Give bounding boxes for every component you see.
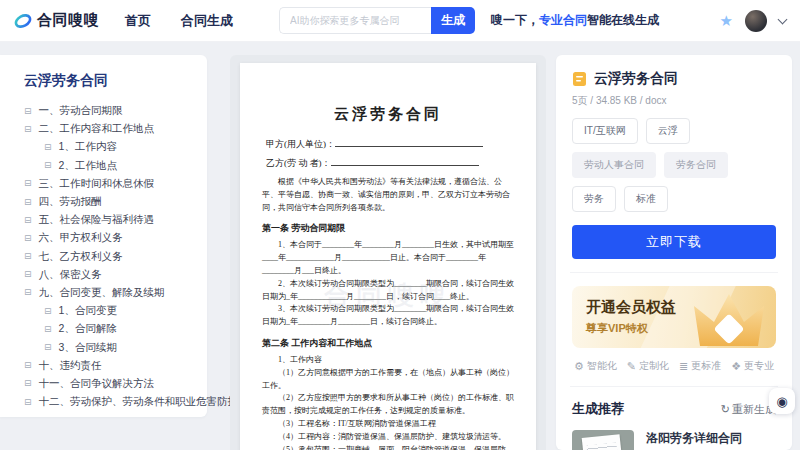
- vip-banner[interactable]: 开通会员权益 尊享VIP特权: [572, 286, 776, 348]
- toc-item[interactable]: ⊟ 八、保密义务: [0, 266, 207, 284]
- party-a-label: 甲方(用人单位)：: [266, 139, 335, 149]
- collapse-icon[interactable]: ⊟: [24, 107, 32, 116]
- toc-item[interactable]: ⊟ 2、合同解除: [0, 320, 207, 338]
- feature-label: 更专业: [744, 359, 774, 373]
- vip-feature: ⚙ 智能化: [574, 359, 617, 373]
- collapse-icon[interactable]: ⊟: [44, 325, 52, 334]
- toc-item-label: 五、社会保险与福利待遇: [39, 213, 155, 227]
- collapse-icon[interactable]: ⊟: [24, 234, 32, 243]
- recommend-item[interactable]: 洛阳劳务详细合同 洛阳 劳动人事合同 劳务合同 劳务 详细: [572, 430, 776, 450]
- chevron-down-icon[interactable]: [778, 14, 788, 24]
- doc-tag-chip[interactable]: 劳务合同: [664, 152, 728, 178]
- party-b-row: 乙方(劳 动 者)：: [266, 157, 514, 170]
- doc-block: 第一条 劳动合同期限: [262, 222, 514, 235]
- vip-features: ⚙ 智能化 ✎ 定制化 ≣ 更标准 ❖ 更专业: [572, 359, 776, 373]
- collapse-icon[interactable]: ⊟: [24, 398, 32, 407]
- star-icon[interactable]: ★: [720, 12, 733, 30]
- toc-item[interactable]: ⊟ 七、乙方权利义务: [0, 248, 207, 266]
- avatar[interactable]: [745, 10, 767, 32]
- recommend-item-title: 洛阳劳务详细合同: [646, 430, 776, 447]
- collapse-icon[interactable]: ⊟: [24, 179, 32, 188]
- support-icon: ◉: [776, 394, 787, 409]
- search-input[interactable]: [279, 7, 431, 34]
- collapse-icon[interactable]: ⊟: [24, 252, 32, 261]
- doc-block: （4）工程内容：消防管道保温、保温层防护、建筑垃圾清运等。: [262, 431, 514, 444]
- toc-item[interactable]: ⊟ 1、合同变更: [0, 302, 207, 320]
- collapse-icon[interactable]: ⊟: [24, 270, 32, 279]
- badge-icon: ❖: [731, 360, 741, 373]
- blank-line: [335, 139, 483, 147]
- recommend-thumbnail: [572, 430, 634, 450]
- document-preamble: 根据《中华人民共和国劳动法》等有关法律法规，遵循合法、公平、平等自愿、协商一致、…: [262, 176, 514, 214]
- doc-block: （5）承包范围：一期商铺、屋面、阳台消防管道保温、保温层防护。: [262, 444, 514, 450]
- toc-item-label: 2、合同解除: [59, 322, 117, 336]
- sidebar-toc-panel: 云浮劳务合同 ⊟ 一、劳动合同期限 ⊟ 二、工作内容和工作地点 ⊟ 1、工作内容: [0, 55, 207, 417]
- doc-tag-chip[interactable]: 云浮: [646, 118, 690, 144]
- doc-block: 1、本合同于________年________月________日生效，其中试用…: [262, 239, 514, 277]
- divider: [570, 272, 778, 273]
- nav-item[interactable]: 首页: [125, 12, 151, 30]
- divider: [570, 386, 778, 387]
- panel-doc-title: 云浮劳务合同: [594, 70, 678, 88]
- collapse-icon[interactable]: ⊟: [24, 125, 32, 134]
- toc-item[interactable]: ⊟ 三、工作时间和休息休假: [0, 175, 207, 193]
- toc-item-label: 三、工作时间和休息休假: [39, 177, 155, 191]
- toc-item-label: 十一、合同争议解决方法: [39, 377, 155, 391]
- toc-item[interactable]: ⊟ 十、违约责任: [0, 357, 207, 375]
- party-b-label: 乙方(劳 动 者)：: [266, 158, 331, 168]
- toc-item-label: 十二、劳动保护、劳动条件和职业危害防护: [39, 395, 239, 409]
- doc-block: （1）乙方同意根据甲方的工作需要，在（地点）从事工种（岗位）工作。: [262, 367, 514, 393]
- search-group: 生成: [279, 7, 475, 34]
- toc-item[interactable]: ⊟ 1、工作内容: [0, 138, 207, 156]
- support-button[interactable]: ◉: [769, 388, 795, 414]
- doc-block: 第二条 工作内容和工作地点: [262, 337, 514, 350]
- toc-item[interactable]: ⊟ 3、合同续期: [0, 338, 207, 356]
- recommend-header: 生成推荐 ↻ 重新生成: [572, 400, 776, 418]
- collapse-icon[interactable]: ⊟: [24, 216, 32, 225]
- toc-item-label: 八、保密义务: [39, 268, 102, 282]
- toc-item[interactable]: ⊟ 2、工作地点: [0, 157, 207, 175]
- toc-item[interactable]: ⊟ 六、甲方权利义务: [0, 229, 207, 247]
- logo-text: 合同嗖嗖: [37, 11, 99, 30]
- doc-tag-chip[interactable]: 劳务: [572, 186, 616, 212]
- collapse-icon[interactable]: ⊟: [44, 161, 52, 170]
- feature-label: 定制化: [639, 359, 669, 373]
- recommend-title: 生成推荐: [572, 400, 624, 418]
- collapse-icon[interactable]: ⊟: [24, 198, 32, 207]
- collapse-icon[interactable]: ⊟: [44, 343, 52, 352]
- toc-item[interactable]: ⊟ 十二、劳动保护、劳动条件和职业危害防护: [0, 393, 207, 411]
- nav-item[interactable]: 合同生成: [181, 12, 233, 30]
- toc-item[interactable]: ⊟ 四、劳动报酬: [0, 193, 207, 211]
- crown-icon: [690, 288, 768, 348]
- toc-item[interactable]: ⊟ 五、社会保险与福利待遇: [0, 211, 207, 229]
- toc-item[interactable]: ⊟ 九、合同变更、解除及续期: [0, 284, 207, 302]
- toc-item[interactable]: ⊟ 十一、合同争议解决方法: [0, 375, 207, 393]
- toc-item-label: 3、合同续期: [59, 341, 117, 355]
- thumbnail-page: [582, 434, 625, 450]
- collapse-icon[interactable]: ⊟: [24, 361, 32, 370]
- feature-label: 智能化: [587, 359, 617, 373]
- toc-item[interactable]: ⊟ 一、劳动合同期限: [0, 102, 207, 120]
- slogan-prefix: 嗖一下，: [491, 13, 539, 27]
- generate-button[interactable]: 生成: [431, 7, 475, 34]
- logo[interactable]: 合同嗖嗖: [14, 11, 99, 30]
- slogan-highlight[interactable]: 专业合同: [539, 13, 587, 27]
- doc-tag-chip[interactable]: IT/互联网: [572, 118, 638, 144]
- doc-meta: 5页 / 34.85 KB / docx: [572, 94, 776, 108]
- collapse-icon[interactable]: ⊟: [24, 379, 32, 388]
- doc-tag-chip[interactable]: 标准: [624, 186, 668, 212]
- collapse-icon[interactable]: ⊟: [44, 143, 52, 152]
- document-preview-area[interactable]: 合同嗖嗖 合同嗖嗖 云浮劳务合同 甲方(用人单位)： 乙方(劳 动 者)： 根据…: [230, 55, 546, 450]
- collapse-icon[interactable]: ⊟: [44, 307, 52, 316]
- document-icon: [572, 71, 587, 87]
- toc-list: ⊟ 一、劳动合同期限 ⊟ 二、工作内容和工作地点 ⊟ 1、工作内容 ⊟ 2、工作…: [0, 102, 207, 411]
- download-button[interactable]: 立即下载: [572, 225, 776, 259]
- toc-item-label: 四、劳动报酬: [39, 195, 102, 209]
- lines-icon: ≣: [679, 360, 688, 373]
- slogan-suffix: 智能在线生成: [587, 13, 659, 27]
- regenerate-button[interactable]: ↻ 重新生成: [721, 402, 776, 417]
- toc-item[interactable]: ⊟ 二、工作内容和工作地点: [0, 120, 207, 138]
- collapse-icon[interactable]: ⊟: [24, 288, 32, 297]
- edit-icon: ✎: [627, 360, 636, 373]
- doc-tag-chip[interactable]: 劳动人事合同: [572, 152, 656, 178]
